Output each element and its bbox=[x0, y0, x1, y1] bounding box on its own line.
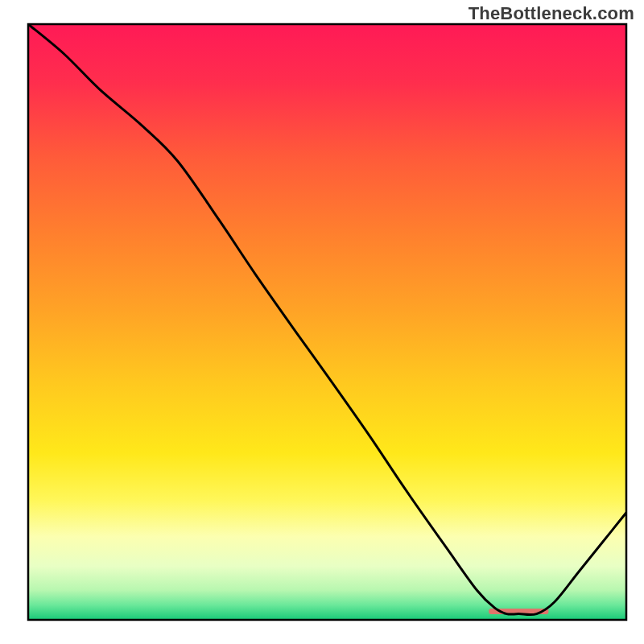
chart-container: TheBottleneck.com bbox=[0, 0, 644, 644]
gradient-background bbox=[28, 24, 626, 620]
bottleneck-chart bbox=[0, 0, 644, 644]
